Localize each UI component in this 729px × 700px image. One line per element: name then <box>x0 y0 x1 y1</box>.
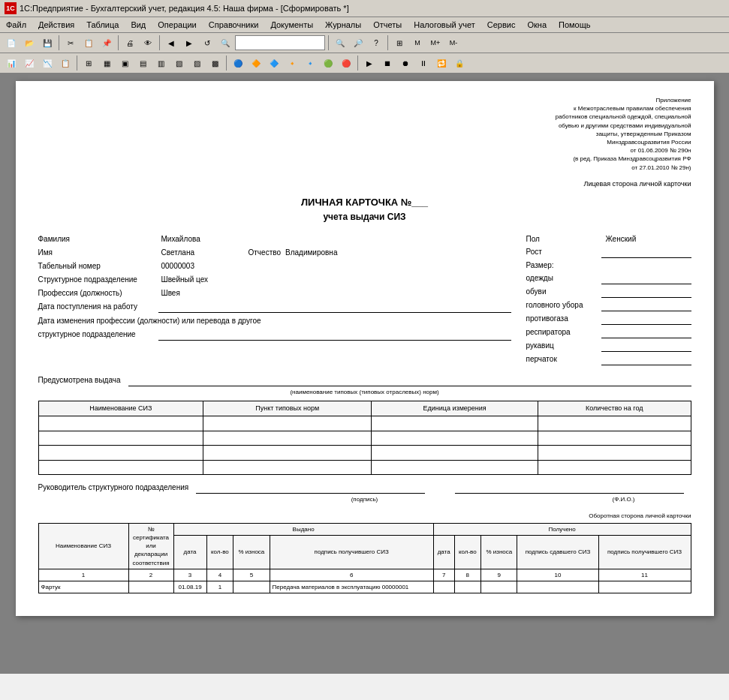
hire-date-row: Дата поступления на работу <box>38 302 511 313</box>
patronymic-label: Отчество <box>249 248 281 258</box>
bt-num-4: 4 <box>206 569 233 581</box>
btn-new[interactable]: 📄 <box>3 35 20 51</box>
profession-label: Профессия (должность) <box>38 288 158 299</box>
bt-num-2: 2 <box>128 569 173 581</box>
gloves2-row: перчаток <box>526 354 691 365</box>
appendix-line6: Минздравсоцразвития России <box>38 138 691 146</box>
surname-value: Михайлова <box>158 234 218 245</box>
tb2-btn14[interactable]: 🔶 <box>248 55 264 71</box>
tb2-btn15[interactable]: 🔷 <box>266 55 282 71</box>
tb2-btn4[interactable]: 📋 <box>57 55 74 71</box>
btn-zoom-out[interactable]: 🔍 <box>332 35 348 51</box>
profession-value: Швея <box>158 288 218 299</box>
bottom-table: Наименование СИЗ № сертификата или декла… <box>38 523 691 593</box>
name-row: Имя Светлана Отчество Владимировна <box>38 248 511 258</box>
menu-operations[interactable]: Операции <box>155 19 199 31</box>
btn-mplus[interactable]: M+ <box>427 35 444 51</box>
menu-actions[interactable]: Действия <box>35 19 77 31</box>
tb2-btn18[interactable]: 🟢 <box>320 55 336 71</box>
tb2-btn22[interactable]: ⏺ <box>397 55 414 71</box>
tb2-btn12[interactable]: ▩ <box>206 55 223 71</box>
btn-forward[interactable]: ▶ <box>181 35 197 51</box>
btn-grid[interactable]: ⊞ <box>391 35 408 51</box>
tab-label: Табельный номер <box>38 261 158 272</box>
btn-m[interactable]: M <box>409 35 426 51</box>
tb2-btn7[interactable]: ▣ <box>116 55 133 71</box>
menu-tax[interactable]: Налоговый учет <box>411 19 478 31</box>
surname-row: Фамилия Михайлова <box>38 234 511 245</box>
sig-label: Руководитель структурного подразделения <box>38 482 189 493</box>
btn-back[interactable]: ◀ <box>163 35 179 51</box>
btn-help[interactable]: ? <box>368 35 384 51</box>
tb2-btn17[interactable]: 🔹 <box>302 55 318 71</box>
btn-print[interactable]: 🖨 <box>122 35 138 51</box>
menu-table[interactable]: Таблица <box>83 19 122 31</box>
size-label-row: Размер: <box>526 260 691 271</box>
menu-directories[interactable]: Справочники <box>206 19 262 31</box>
btn-open[interactable]: 📂 <box>21 35 38 51</box>
dept-value: Швейный цех <box>158 275 218 285</box>
btn-zoom-in[interactable]: 🔎 <box>350 35 366 51</box>
tb2-btn25[interactable]: 🔒 <box>451 55 468 71</box>
tb2-btn6[interactable]: ▦ <box>98 55 115 71</box>
tb2-btn21[interactable]: ⏹ <box>379 55 396 71</box>
btn-save[interactable]: 💾 <box>39 35 56 51</box>
menu-help[interactable]: Помощь <box>556 19 594 31</box>
tb2-btn23[interactable]: ⏸ <box>415 55 432 71</box>
sep3 <box>159 35 160 50</box>
sep2 <box>118 35 119 50</box>
gasmask-value <box>601 314 691 325</box>
menu-service[interactable]: Сервис <box>484 19 519 31</box>
tb2-btn13[interactable]: 🔵 <box>230 55 246 71</box>
tb2-btn11[interactable]: ▨ <box>188 55 205 71</box>
sep6 <box>77 56 77 71</box>
tb2-btn9[interactable]: ▥ <box>152 55 169 71</box>
sig-sign-line <box>196 482 425 494</box>
transfer-sub-row: структурное подразделение <box>38 329 511 341</box>
menu-documents[interactable]: Документы <box>267 19 316 31</box>
tb2-btn8[interactable]: ▤ <box>134 55 151 71</box>
menu-reports[interactable]: Отчеты <box>370 19 405 31</box>
btn-refresh[interactable]: ↺ <box>199 35 215 51</box>
btn-mminus[interactable]: M- <box>445 35 462 51</box>
bt-row-v-wear <box>233 581 270 593</box>
tb2-btn2[interactable]: 📈 <box>21 55 38 71</box>
gloves-label: рукавиц <box>526 341 601 351</box>
menu-file[interactable]: Файл <box>3 19 29 31</box>
btn-paste[interactable]: 📌 <box>98 35 115 51</box>
bt-num-9: 9 <box>481 569 517 581</box>
menu-view[interactable]: Вид <box>128 19 149 31</box>
tb2-btn1[interactable]: 📊 <box>3 55 20 71</box>
table-row <box>38 446 691 461</box>
col-qty-year: Количество на год <box>538 401 691 416</box>
bt-num-1: 1 <box>38 569 128 581</box>
signature-section: Руководитель структурного подразделения … <box>38 482 691 503</box>
gloves2-value <box>601 354 691 365</box>
tb2-btn16[interactable]: 🔸 <box>284 55 300 71</box>
fields-right: Пол Женский Рост Размер: одежды обуви <box>526 234 691 368</box>
btn-copy[interactable]: 📋 <box>80 35 97 51</box>
gloves-value <box>601 341 691 352</box>
bt-p-date: дата <box>433 535 454 569</box>
sep8 <box>357 56 358 71</box>
menu-windows[interactable]: Окна <box>524 19 550 31</box>
window-title: 1С:Предприятие - Бухгалтерский учет, ред… <box>20 4 349 13</box>
sig-row: Руководитель структурного подразделения <box>38 482 691 494</box>
tb2-btn3[interactable]: 📉 <box>39 55 56 71</box>
top-table: Наименование СИЗ Пункт типовых норм Един… <box>38 401 691 475</box>
tb2-btn20[interactable]: ▶ <box>361 55 378 71</box>
hat-label: головного убора <box>526 300 601 311</box>
tb2-btn19[interactable]: 🔴 <box>338 55 354 71</box>
bt-v-qty: кол-во <box>206 535 233 569</box>
tb2-btn24[interactable]: 🔁 <box>433 55 450 71</box>
bt-row-p-qty <box>454 581 481 593</box>
btn-cut[interactable]: ✂ <box>62 35 79 51</box>
tb2-btn5[interactable]: ⊞ <box>80 55 97 71</box>
appendix-line1: Приложение <box>38 96 691 104</box>
tb2-btn10[interactable]: ▧ <box>170 55 187 71</box>
btn-preview[interactable]: 👁 <box>140 35 156 51</box>
toolbar-search-input[interactable] <box>235 35 325 50</box>
btn-search[interactable]: 🔍 <box>217 35 233 51</box>
menu-journals[interactable]: Журналы <box>322 19 364 31</box>
col-unit: Единица измерения <box>372 401 538 416</box>
